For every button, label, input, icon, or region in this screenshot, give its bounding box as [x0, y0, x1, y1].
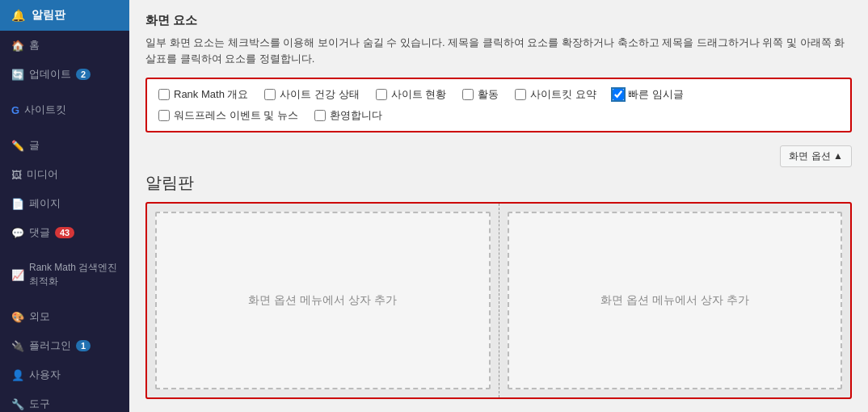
- sitekit-icon: G: [11, 104, 19, 116]
- posts-icon: ✏️: [11, 140, 24, 152]
- sidebar-label-media: 미디어: [27, 167, 58, 182]
- sidebar-item-users[interactable]: 👤 사용자: [0, 360, 129, 389]
- checkbox-quick-draft-label: 빠른 임시글: [628, 87, 684, 102]
- widget-column-right: 화면 옵션 메뉴에서 상자 추가: [499, 204, 851, 397]
- checkbox-quick-draft-input[interactable]: [613, 89, 624, 100]
- checkbox-container: Rank Math 개요 사이트 건강 상태 사이트 현황 활동 사이트킷 요약: [145, 78, 852, 132]
- checkbox-row-2: 워드프레스 이벤트 및 뉴스 환영합니다: [158, 108, 839, 123]
- checkbox-sitekit-summary-label: 사이트킷 요약: [530, 87, 596, 102]
- sidebar-label-posts: 글: [29, 138, 40, 153]
- sidebar-item-rankmath[interactable]: 📈 Rank Math 검색엔진 최적화: [0, 254, 129, 296]
- checkbox-site-status-label: 사이트 현황: [391, 87, 447, 102]
- sidebar-label-home: 홈: [29, 38, 40, 53]
- widget-column-left: 화면 옵션 메뉴에서 상자 추가: [147, 204, 499, 397]
- rankmath-icon: 📈: [11, 269, 24, 281]
- checkbox-activity-label: 활동: [478, 87, 499, 102]
- sidebar-item-home[interactable]: 🏠 홈: [0, 31, 129, 60]
- checkbox-site-status[interactable]: 사이트 현황: [376, 87, 447, 102]
- checkbox-wp-events-input[interactable]: [158, 110, 170, 121]
- comments-badge: 43: [55, 227, 74, 238]
- appearance-icon: 🎨: [11, 311, 24, 323]
- checkbox-welcome[interactable]: 환영합니다: [314, 108, 382, 123]
- sidebar: 🔔 알림판 🏠 홈 🔄 업데이트 2 G 사이트킷 ✏️ 글 🖼 미디어 📄 페…: [0, 0, 129, 412]
- checkbox-rankmath-input[interactable]: [158, 89, 170, 100]
- section-title: 화면 요소: [145, 13, 852, 28]
- screen-options-bar: 화면 옵션 ▲: [145, 145, 852, 167]
- sidebar-item-pages[interactable]: 📄 페이지: [0, 189, 129, 218]
- sidebar-item-updates[interactable]: 🔄 업데이트 2: [0, 60, 129, 89]
- checkbox-wp-events-label: 워드프레스 이벤트 및 뉴스: [174, 108, 298, 123]
- checkbox-site-health[interactable]: 사이트 건강 상태: [264, 87, 359, 102]
- checkbox-quick-draft[interactable]: 빠른 임시글: [613, 87, 684, 102]
- home-icon: 🏠: [11, 40, 24, 52]
- bell-icon: 🔔: [11, 9, 25, 22]
- sidebar-label-appearance: 외모: [29, 309, 50, 324]
- sidebar-item-tools[interactable]: 🔧 도구: [0, 389, 129, 412]
- widget-area: 화면 옵션 메뉴에서 상자 추가 화면 옵션 메뉴에서 상자 추가: [145, 202, 852, 399]
- updates-icon: 🔄: [11, 69, 24, 81]
- checkbox-wp-events[interactable]: 워드프레스 이벤트 및 뉴스: [158, 108, 298, 123]
- checkbox-site-status-input[interactable]: [376, 89, 387, 100]
- widget-placeholder-right: 화면 옵션 메뉴에서 상자 추가: [508, 212, 843, 389]
- sidebar-title: 알림판: [32, 8, 65, 23]
- sidebar-item-plugins[interactable]: 🔌 플러그인 1: [0, 331, 129, 360]
- comments-icon: 💬: [11, 227, 24, 239]
- media-icon: 🖼: [11, 169, 22, 181]
- sidebar-item-sitekit[interactable]: G 사이트킷: [0, 95, 129, 124]
- checkbox-site-health-input[interactable]: [264, 89, 276, 100]
- sidebar-item-comments[interactable]: 💬 댓글 43: [0, 218, 129, 247]
- checkbox-welcome-input[interactable]: [314, 110, 326, 121]
- widget-placeholder-left: 화면 옵션 메뉴에서 상자 추가: [155, 212, 491, 389]
- checkbox-rankmath[interactable]: Rank Math 개요: [158, 87, 248, 102]
- sidebar-header[interactable]: 🔔 알림판: [0, 0, 129, 31]
- checkbox-site-health-label: 사이트 건강 상태: [280, 87, 359, 102]
- users-icon: 👤: [11, 369, 24, 381]
- content-area: 화면 요소 일부 화면 요소는 체크박스를 이용해 보이거나 숨길 수 있습니다…: [129, 0, 868, 412]
- pages-icon: 📄: [11, 198, 24, 210]
- sidebar-label-pages: 페이지: [29, 196, 61, 211]
- sidebar-label-plugins: 플러그인: [29, 338, 71, 353]
- checkbox-rankmath-label: Rank Math 개요: [174, 87, 248, 102]
- plugins-badge: 1: [76, 340, 91, 351]
- sidebar-label-tools: 도구: [29, 397, 50, 411]
- sidebar-label-rankmath: Rank Math 검색엔진 최적화: [29, 261, 118, 288]
- sidebar-label-updates: 업데이트: [29, 67, 71, 82]
- sidebar-label-users: 사용자: [29, 368, 61, 382]
- screen-options-button[interactable]: 화면 옵션 ▲: [780, 145, 852, 167]
- description-text: 일부 화면 요소는 체크박스를 이용해 보이거나 숨길 수 있습니다. 제목을 …: [145, 35, 852, 66]
- sidebar-label-comments: 댓글: [29, 225, 50, 240]
- checkbox-row-1: Rank Math 개요 사이트 건강 상태 사이트 현황 활동 사이트킷 요약: [158, 87, 839, 102]
- checkbox-activity-input[interactable]: [462, 89, 474, 100]
- sidebar-item-appearance[interactable]: 🎨 외모: [0, 302, 129, 331]
- sidebar-item-media[interactable]: 🖼 미디어: [0, 160, 129, 189]
- main-content: 화면 요소 일부 화면 요소는 체크박스를 이용해 보이거나 숨길 수 있습니다…: [129, 0, 868, 412]
- sidebar-item-posts[interactable]: ✏️ 글: [0, 131, 129, 160]
- checkbox-sitekit-summary[interactable]: 사이트킷 요약: [515, 87, 596, 102]
- checkbox-welcome-label: 환영합니다: [330, 108, 382, 123]
- dashboard-title: 알림판: [145, 172, 852, 194]
- tools-icon: 🔧: [11, 398, 24, 410]
- sidebar-label-sitekit: 사이트킷: [24, 103, 66, 117]
- plugins-icon: 🔌: [11, 340, 24, 352]
- checkbox-activity[interactable]: 활동: [462, 87, 499, 102]
- updates-badge: 2: [76, 69, 91, 80]
- checkbox-sitekit-summary-input[interactable]: [515, 89, 526, 100]
